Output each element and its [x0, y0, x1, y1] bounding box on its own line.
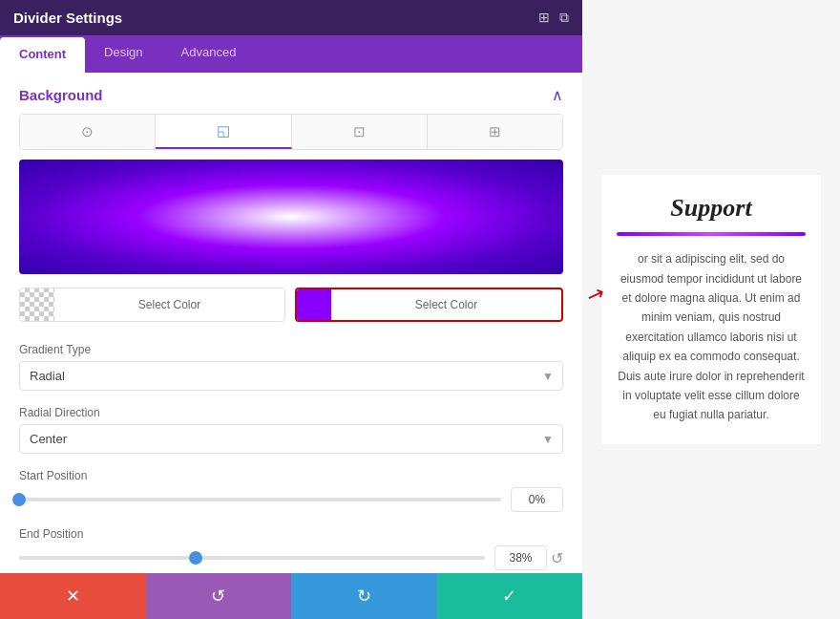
end-position-input[interactable] [494, 545, 547, 570]
tab-advanced[interactable]: Advanced [162, 35, 256, 73]
preview-panel: Support or sit a adipiscing elit, sed do… [582, 0, 840, 619]
start-position-row: Start Position [0, 461, 582, 520]
end-position-reset[interactable]: ↺ [551, 549, 563, 567]
confirm-button[interactable]: ✓ [437, 573, 583, 619]
color-swatch-transparent [20, 288, 54, 322]
background-section-toggle[interactable]: ∧ [552, 86, 563, 104]
background-section: Background ∧ ⊙ ◱ ⊡ ⊞ [0, 73, 582, 573]
video-type-icon: ⊞ [489, 123, 501, 140]
panel-header: Divider Settings ⊞ ⧉ [0, 0, 582, 35]
panel-title: Divider Settings [13, 10, 122, 26]
background-section-title: Background [19, 87, 103, 103]
header-icons: ⊞ ⧉ [538, 10, 569, 26]
color-picker-right[interactable]: Select Color [295, 288, 563, 322]
cancel-button[interactable]: ✕ [0, 573, 146, 619]
responsive-icon[interactable]: ⊞ [538, 10, 550, 26]
color-swatch-purple [297, 288, 331, 322]
image-type-icon: ⊡ [353, 123, 366, 140]
panel-body: Background ∧ ⊙ ◱ ⊡ ⊞ [0, 73, 582, 573]
start-position-thumb[interactable] [12, 493, 26, 506]
preview-card: Support or sit a adipiscing elit, sed do… [601, 175, 821, 444]
gradient-type-label: Gradient Type [19, 343, 563, 356]
end-position-row: End Position ↺ [0, 520, 582, 573]
preview-divider [617, 232, 806, 236]
end-position-thumb[interactable] [189, 551, 202, 565]
color-picker-right-label: Select Color [331, 298, 561, 311]
redo-button[interactable]: ↻ [291, 573, 437, 619]
gradient-type-row: Gradient Type Radial Linear Conic ▼ [0, 335, 582, 398]
color-type-icon: ⊙ [81, 123, 94, 140]
radial-direction-select[interactable]: Center Top Left Top Right Bottom Left Bo… [19, 424, 563, 454]
end-position-value-box: ↺ [494, 545, 563, 570]
radial-direction-select-wrap: Center Top Left Top Right Bottom Left Bo… [19, 424, 563, 454]
end-position-slider-inner: ↺ [19, 545, 563, 570]
radial-direction-row: Radial Direction Center Top Left Top Rig… [0, 398, 582, 461]
start-position-slider-inner [19, 487, 563, 512]
start-position-track[interactable] [19, 498, 501, 502]
bg-type-gradient[interactable]: ◱ [156, 115, 291, 149]
panel-tabs: Content Design Advanced [0, 35, 582, 73]
start-position-value-box [511, 487, 563, 512]
preview-body-text: or sit a adipiscing elit, sed do eiusmod… [617, 249, 806, 425]
start-position-input[interactable] [511, 487, 563, 512]
bg-type-image[interactable]: ⊡ [292, 115, 428, 149]
bg-type-color[interactable]: ⊙ [20, 115, 156, 149]
end-position-fill [19, 556, 196, 560]
fullscreen-icon[interactable]: ⧉ [559, 10, 569, 26]
background-section-header: Background ∧ [0, 73, 582, 114]
bg-type-row: ⊙ ◱ ⊡ ⊞ [19, 114, 563, 150]
undo-button[interactable]: ↺ [146, 573, 292, 619]
color-picker-left[interactable]: Select Color [19, 288, 285, 322]
tab-content[interactable]: Content [0, 37, 85, 73]
end-position-track[interactable] [19, 556, 485, 560]
radial-direction-label: Radial Direction [19, 406, 563, 419]
settings-panel: Divider Settings ⊞ ⧉ Content Design Adva… [0, 0, 582, 619]
gradient-preview [19, 160, 563, 274]
panel-footer: ✕ ↺ ↻ ✓ [0, 573, 582, 619]
color-pickers-row: Select Color Select Color [19, 288, 563, 322]
gradient-type-select-wrap: Radial Linear Conic ▼ [19, 361, 563, 391]
bg-type-video[interactable]: ⊞ [428, 115, 562, 149]
preview-title: Support [617, 194, 806, 223]
gradient-type-icon: ◱ [217, 122, 230, 139]
end-position-label: End Position [19, 527, 563, 541]
gradient-type-select[interactable]: Radial Linear Conic [19, 361, 563, 391]
color-picker-left-label: Select Color [54, 298, 284, 311]
start-position-label: Start Position [19, 469, 563, 482]
tab-design[interactable]: Design [85, 35, 161, 73]
